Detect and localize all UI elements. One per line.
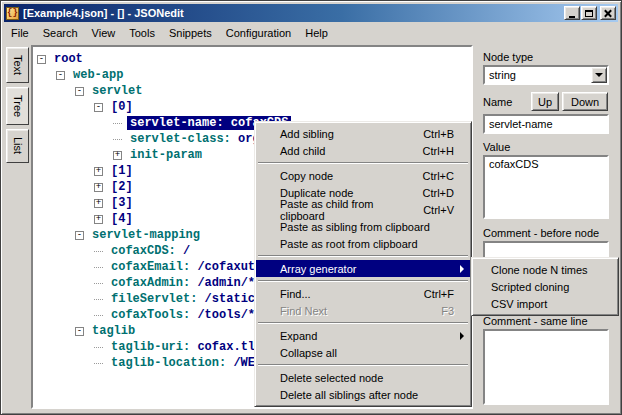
- menu-configuration[interactable]: Configuration: [219, 25, 298, 41]
- menu-separator: [258, 322, 468, 324]
- menu-separator: [258, 255, 468, 257]
- value-input[interactable]: [483, 155, 609, 219]
- array-generator-submenu: Clone node N timesScripted cloningCSV im…: [471, 257, 619, 316]
- node-type-label: Node type: [483, 51, 533, 63]
- menu-bar: FileSearchViewToolsSnippetsConfiguration…: [4, 23, 618, 42]
- node-label: servlet: [89, 84, 145, 98]
- title-bar: {} [Example4.json] - [] - JSONedit: [4, 4, 618, 22]
- menu-view[interactable]: View: [85, 25, 123, 41]
- submenu-item-scripted-cloning[interactable]: Scripted cloning: [473, 278, 617, 295]
- node-type-value: string: [485, 69, 591, 81]
- menu-item-label: Paste as sibling from clipboard: [280, 221, 430, 233]
- tree-node-web-app[interactable]: -web-app: [33, 67, 471, 83]
- context-menu-item-delete-all-siblings-after-node[interactable]: Delete all siblings after node: [256, 386, 470, 403]
- context-menu-item-paste-as-child-from-clipboard[interactable]: Paste as child from clipboardCtrl+V: [256, 201, 470, 218]
- tab-label: Tree: [12, 95, 24, 117]
- context-menu-item-find[interactable]: Find...Ctrl+F: [256, 285, 470, 302]
- menu-item-shortcut: Ctrl+H: [407, 145, 454, 157]
- maximize-icon: [585, 10, 593, 17]
- minimize-button[interactable]: [564, 6, 580, 20]
- node-label: taglib-uri: cofax.tld: [108, 340, 265, 354]
- context-menu-item-paste-as-root-from-clipboard[interactable]: Paste as root from clipboard: [256, 235, 470, 252]
- menu-item-shortcut: Ctrl+F: [408, 288, 454, 300]
- menu-item-label: Expand: [280, 330, 317, 342]
- node-label: cofaxAdmin: /admin/*: [108, 276, 258, 290]
- menu-help[interactable]: Help: [298, 25, 335, 41]
- move-down-button[interactable]: Down: [562, 92, 608, 111]
- context-menu-item-find-next: Find NextF3: [256, 302, 470, 319]
- name-label: Name: [483, 96, 512, 108]
- expand-icon[interactable]: +: [94, 183, 103, 192]
- node-label: cofaxTools: /tools/*: [108, 308, 258, 322]
- collapse-icon[interactable]: -: [94, 103, 103, 112]
- context-menu-item-array-generator[interactable]: Array generator: [256, 260, 470, 277]
- tree-connector: [113, 123, 122, 124]
- menu-item-shortcut: F3: [425, 305, 454, 317]
- node-label: init-param: [127, 148, 205, 162]
- node-type-select[interactable]: string: [483, 65, 609, 85]
- submenu-item-clone-node-n-times[interactable]: Clone node N times: [473, 261, 617, 278]
- maximize-button[interactable]: [581, 6, 597, 20]
- submenu-item-csv-import[interactable]: CSV import: [473, 295, 617, 312]
- node-label: [0]: [108, 100, 136, 114]
- node-type-dropdown-button[interactable]: [591, 67, 607, 83]
- menu-separator: [258, 364, 468, 366]
- menu-separator: [258, 162, 468, 164]
- name-input[interactable]: [483, 114, 609, 134]
- menu-item-label: Add child: [280, 145, 325, 157]
- tab-label: List: [12, 137, 24, 154]
- close-icon: [604, 9, 612, 17]
- context-menu-item-paste-as-sibling-from-clipboard[interactable]: Paste as sibling from clipboard: [256, 218, 470, 235]
- tree-connector: [94, 267, 103, 268]
- node-label: taglib: [89, 324, 138, 338]
- side-tabs: TextTreeList: [6, 47, 31, 163]
- menu-item-shortcut: Ctrl+C: [407, 170, 454, 182]
- menu-file[interactable]: File: [4, 25, 36, 41]
- menu-item-label: Array generator: [280, 263, 356, 275]
- expand-icon[interactable]: +: [113, 151, 122, 160]
- node-label: fileServlet: /static/: [108, 292, 265, 306]
- window-title: [Example4.json] - [] - JSONedit: [23, 4, 563, 22]
- context-menu: Add siblingCtrl+BAdd childCtrl+HCopy nod…: [254, 121, 472, 407]
- context-menu-item-expand[interactable]: Expand: [256, 327, 470, 344]
- context-menu-item-add-sibling[interactable]: Add siblingCtrl+B: [256, 125, 470, 142]
- tree-node-root[interactable]: -root: [33, 51, 471, 67]
- menu-item-label: Paste as root from clipboard: [280, 238, 418, 250]
- tree-node-servlet[interactable]: -servlet: [33, 83, 471, 99]
- collapse-icon[interactable]: -: [75, 327, 84, 336]
- context-menu-item-add-child[interactable]: Add childCtrl+H: [256, 142, 470, 159]
- tab-list[interactable]: List: [6, 129, 29, 162]
- node-label: web-app: [70, 68, 126, 82]
- node-label: [4]: [108, 212, 136, 226]
- tree-connector: [94, 315, 103, 316]
- collapse-icon[interactable]: -: [56, 71, 65, 80]
- menu-tools[interactable]: Tools: [122, 25, 162, 41]
- comment-same-line-input[interactable]: [483, 329, 609, 405]
- tree-node-0[interactable]: -[0]: [33, 99, 471, 115]
- context-menu-item-copy-node[interactable]: Copy nodeCtrl+C: [256, 167, 470, 184]
- expand-icon[interactable]: +: [94, 167, 103, 176]
- node-label: root: [51, 52, 86, 66]
- menu-search[interactable]: Search: [36, 25, 85, 41]
- chevron-down-icon: [595, 73, 603, 77]
- expand-icon[interactable]: +: [94, 215, 103, 224]
- collapse-icon[interactable]: -: [37, 55, 46, 64]
- tab-text[interactable]: Text: [6, 47, 29, 83]
- node-label: servlet-class: org: [127, 132, 263, 146]
- tree-connector: [94, 283, 103, 284]
- context-menu-item-delete-selected-node[interactable]: Delete selected node: [256, 369, 470, 386]
- minimize-icon: [569, 16, 575, 18]
- menu-item-label: Collapse all: [280, 347, 337, 359]
- context-menu-item-collapse-all[interactable]: Collapse all: [256, 344, 470, 361]
- expand-icon[interactable]: +: [94, 199, 103, 208]
- close-button[interactable]: [600, 6, 616, 20]
- menu-item-shortcut: Ctrl+D: [407, 187, 454, 199]
- move-up-button[interactable]: Up: [531, 92, 559, 111]
- collapse-icon[interactable]: -: [75, 87, 84, 96]
- tab-tree[interactable]: Tree: [6, 87, 29, 125]
- node-label: taglib-location: /WEB-: [108, 356, 272, 370]
- menu-item-label: Delete selected node: [280, 372, 383, 384]
- menu-snippets[interactable]: Snippets: [162, 25, 219, 41]
- submenu-arrow-icon: [460, 265, 464, 273]
- collapse-icon[interactable]: -: [75, 231, 84, 240]
